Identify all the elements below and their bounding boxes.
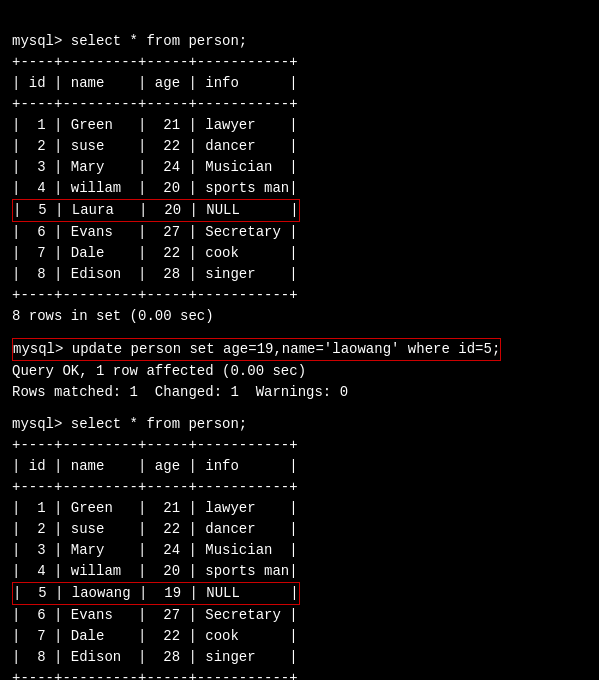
terminal-line: +----+---------+-----+-----------+ xyxy=(12,435,587,456)
terminal-line xyxy=(12,403,587,414)
terminal-line: mysql> select * from person; xyxy=(12,31,587,52)
terminal-line: | 2 | suse | 22 | dancer | xyxy=(12,136,587,157)
terminal-line: +----+---------+-----+-----------+ xyxy=(12,52,587,73)
terminal-line: | 7 | Dale | 22 | cook | xyxy=(12,626,587,647)
terminal: mysql> select * from person;+----+------… xyxy=(12,10,587,680)
highlighted-row: | 5 | laowang | 19 | NULL | xyxy=(12,582,300,605)
terminal-line: | 4 | willam | 20 | sports man| xyxy=(12,178,587,199)
terminal-line: +----+---------+-----+-----------+ xyxy=(12,477,587,498)
terminal-line: | 3 | Mary | 24 | Musician | xyxy=(12,157,587,178)
terminal-line: | 6 | Evans | 27 | Secretary | xyxy=(12,222,587,243)
terminal-line: | 1 | Green | 21 | lawyer | xyxy=(12,115,587,136)
terminal-line: | 2 | suse | 22 | dancer | xyxy=(12,519,587,540)
terminal-line: Rows matched: 1 Changed: 1 Warnings: 0 xyxy=(12,382,587,403)
highlighted-row: | 5 | Laura | 20 | NULL | xyxy=(12,199,300,222)
terminal-line: | 3 | Mary | 24 | Musician | xyxy=(12,540,587,561)
terminal-line: +----+---------+-----+-----------+ xyxy=(12,285,587,306)
highlighted-command: mysql> update person set age=19,name='la… xyxy=(12,338,501,361)
terminal-line: 8 rows in set (0.00 sec) xyxy=(12,306,587,327)
terminal-line: Query OK, 1 row affected (0.00 sec) xyxy=(12,361,587,382)
terminal-line: | id | name | age | info | xyxy=(12,456,587,477)
terminal-line: | 7 | Dale | 22 | cook | xyxy=(12,243,587,264)
terminal-line: +----+---------+-----+-----------+ xyxy=(12,668,587,680)
terminal-line: | 1 | Green | 21 | lawyer | xyxy=(12,498,587,519)
terminal-line: mysql> select * from person; xyxy=(12,414,587,435)
terminal-line: +----+---------+-----+-----------+ xyxy=(12,94,587,115)
terminal-line: | 4 | willam | 20 | sports man| xyxy=(12,561,587,582)
terminal-line: | id | name | age | info | xyxy=(12,73,587,94)
terminal-line: | 6 | Evans | 27 | Secretary | xyxy=(12,605,587,626)
terminal-line xyxy=(12,327,587,338)
terminal-line: | 8 | Edison | 28 | singer | xyxy=(12,647,587,668)
terminal-line: | 8 | Edison | 28 | singer | xyxy=(12,264,587,285)
